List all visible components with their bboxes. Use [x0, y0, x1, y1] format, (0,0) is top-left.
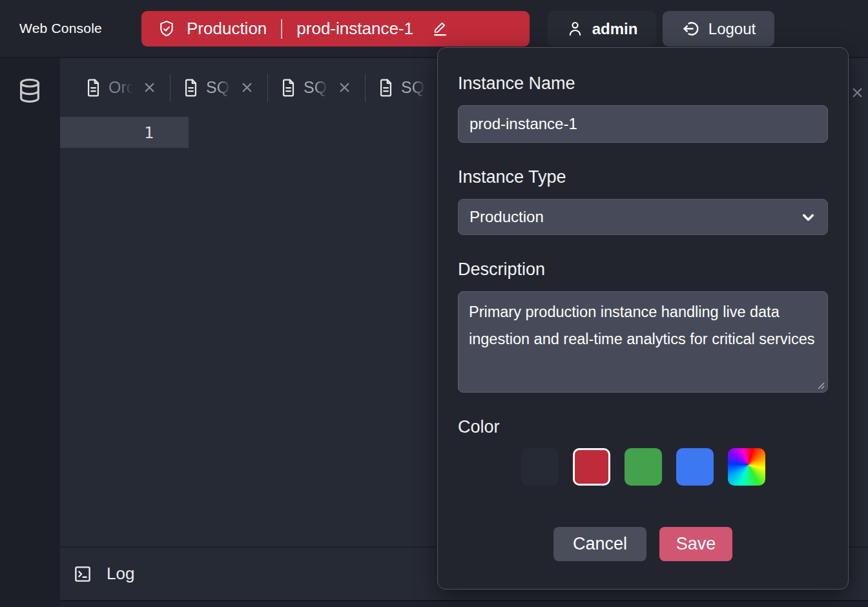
user-button[interactable]: admin: [548, 11, 656, 46]
color-swatch-rainbow[interactable]: [728, 448, 765, 486]
save-button[interactable]: Save: [659, 527, 732, 561]
shield-check-icon: [157, 19, 176, 39]
app-title: Web Console: [19, 0, 102, 57]
description-field-label: Description: [458, 260, 828, 280]
file-icon: [182, 78, 200, 98]
file-icon: [377, 78, 395, 98]
color-swatch-default[interactable]: [521, 448, 559, 486]
resize-handle-icon[interactable]: [816, 381, 825, 389]
database-icon[interactable]: [17, 77, 43, 106]
left-sidebar: [0, 58, 60, 607]
instance-type-label: Production: [187, 19, 267, 39]
tab-label: Ord: [108, 78, 134, 97]
instance-type-select[interactable]: Production: [458, 199, 828, 235]
logout-icon: [681, 19, 700, 38]
color-field-label: Color: [458, 417, 828, 437]
instance-type-selected-value: Production: [470, 208, 544, 226]
dialog-footer: Cancel Save: [458, 527, 828, 561]
color-swatch-blue[interactable]: [676, 448, 714, 486]
bottom-strip: [60, 600, 868, 607]
badge-separator: [281, 19, 282, 39]
log-panel-label: Log: [107, 564, 134, 584]
user-icon: [566, 20, 584, 37]
chevron-down-icon: [800, 209, 816, 225]
terminal-icon: [73, 564, 92, 584]
description-textarea[interactable]: Primary production instance handling liv…: [458, 291, 828, 393]
color-swatch-row: [458, 448, 828, 486]
instance-settings-dialog: Instance Name Instance Type Production D…: [437, 47, 849, 590]
line-number: 1: [144, 123, 154, 142]
logout-button[interactable]: Logout: [663, 11, 774, 46]
color-swatch-green[interactable]: [625, 448, 662, 486]
tab-ord[interactable]: Ord: [85, 78, 158, 98]
file-icon: [280, 78, 297, 98]
tab-divider: [267, 74, 268, 102]
tab-close-icon[interactable]: [238, 79, 256, 96]
file-icon: [85, 78, 102, 98]
tab-close-icon[interactable]: [336, 79, 353, 96]
tab-close-icon[interactable]: [141, 79, 158, 96]
edit-pencil-icon[interactable]: [431, 20, 449, 37]
logout-label: Logout: [708, 20, 756, 38]
description-text: Primary production instance handling liv…: [469, 304, 815, 347]
tab-label: SQL: [304, 78, 329, 97]
tab-sql-1[interactable]: SQL: [182, 78, 256, 98]
tab-sql-2[interactable]: SQL: [280, 78, 353, 98]
instance-badge[interactable]: Production prod-instance-1: [141, 11, 530, 46]
cancel-button[interactable]: Cancel: [553, 527, 646, 561]
instance-name-field-label: Instance Name: [458, 74, 828, 94]
tab-divider: [365, 74, 366, 102]
color-swatch-red[interactable]: [573, 448, 610, 486]
tab-close-icon[interactable]: [850, 85, 865, 100]
user-name-label: admin: [592, 20, 638, 38]
tab-divider: [170, 74, 170, 102]
instance-name-label: prod-instance-1: [296, 19, 413, 39]
editor-active-line-gutter: 1: [60, 117, 189, 148]
tab-label: SQ: [401, 78, 427, 97]
instance-type-field-label: Instance Type: [458, 167, 828, 187]
instance-name-input[interactable]: [458, 105, 828, 143]
tab-label: SQL: [206, 78, 232, 97]
